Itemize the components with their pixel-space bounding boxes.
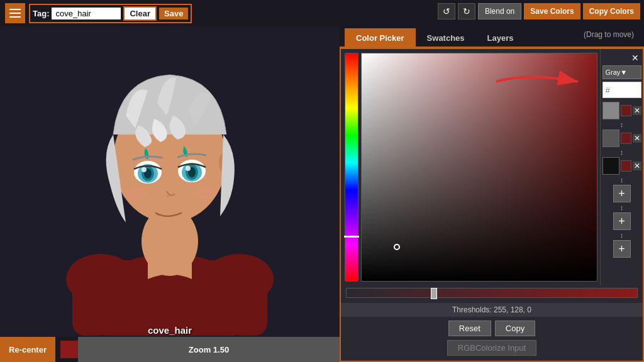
sort-icon-1[interactable]: ↕	[620, 121, 624, 128]
copy-button[interactable]: Copy	[495, 321, 535, 336]
tab-color-picker[interactable]: Color Picker	[345, 28, 416, 47]
sort-icon-3[interactable]: ↕	[620, 176, 624, 184]
hex-input[interactable]	[606, 85, 638, 95]
save-colors-button[interactable]: Save Colors	[524, 3, 580, 19]
swatch-row-1: ✕	[602, 102, 641, 119]
tag-input[interactable]	[52, 8, 121, 19]
swatch-delete-3[interactable]: ✕	[633, 162, 641, 170]
bottom-bar: Re-center Zoom 1.50	[0, 337, 340, 362]
tag-group: Tag: Clear Save	[29, 4, 192, 23]
rgb-colorize-button[interactable]: RGBColorize Input	[447, 340, 536, 356]
svg-point-16	[166, 195, 170, 197]
color-picker-panel: ✕ Gray▼ ✕ ↕ ✕	[340, 48, 644, 362]
tab-bar: Color Picker Swatches Layers (Drag to mo…	[340, 23, 644, 48]
add-swatch-button-3[interactable]: +	[613, 240, 631, 258]
svg-point-17	[123, 188, 148, 200]
gray-label: Gray▼	[606, 69, 628, 76]
zoom-display: Zoom 1.50	[78, 337, 340, 362]
alpha-slider[interactable]	[346, 288, 638, 298]
reset-button[interactable]: Reset	[448, 321, 491, 336]
svg-point-10	[142, 167, 147, 172]
add-swatch-button-1[interactable]: +	[613, 185, 631, 202]
svg-point-15	[186, 166, 191, 171]
picker-main-area: ✕ Gray▼ ✕ ↕ ✕	[341, 49, 643, 285]
menu-button[interactable]	[5, 3, 25, 23]
sort-icon-2[interactable]: ↕	[620, 148, 624, 156]
tab-layers[interactable]: Layers	[476, 28, 525, 47]
swatch-row-3: ✕	[602, 157, 641, 175]
alpha-thumb[interactable]	[431, 288, 437, 299]
sort-icon-4[interactable]: ↕	[620, 204, 624, 211]
add-swatch-button-2[interactable]: +	[613, 212, 631, 230]
saturation-value-picker[interactable]	[361, 53, 597, 282]
top-toolbar: Tag: Clear Save	[0, 0, 340, 26]
recenter-button[interactable]: Re-center	[0, 337, 55, 362]
zoom-label: Zoom 1.50	[189, 345, 229, 354]
close-button[interactable]: ✕	[630, 52, 640, 64]
sort-icon-5[interactable]: ↕	[620, 231, 624, 239]
save-button[interactable]: Save	[159, 8, 188, 19]
tag-label: Tag:	[33, 9, 49, 18]
character-name: cove_hair	[148, 325, 192, 336]
svg-rect-21	[72, 273, 110, 336]
swatch-color-1[interactable]	[602, 102, 619, 119]
svg-rect-22	[230, 273, 267, 336]
hex-input-container[interactable]	[602, 82, 641, 98]
svg-point-18	[192, 187, 217, 199]
clear-button[interactable]: Clear	[123, 6, 157, 21]
tab-swatches[interactable]: Swatches	[416, 28, 476, 47]
color-swatch-preview[interactable]	[60, 341, 78, 358]
drag-hint: (Drag to move)	[584, 30, 639, 39]
redo-button[interactable]: ↻	[458, 3, 475, 19]
color-sidebar: ✕ Gray▼ ✕ ↕ ✕	[600, 49, 643, 285]
swatch-small-1[interactable]	[621, 105, 631, 116]
gray-dropdown[interactable]: Gray▼	[602, 65, 641, 79]
copy-colors-button[interactable]: Copy Colors	[583, 3, 640, 19]
undo-button[interactable]: ↺	[438, 3, 455, 19]
picker-buttons: Reset Copy	[341, 317, 643, 340]
swatch-small-2[interactable]	[621, 133, 631, 144]
swatch-color-2[interactable]	[602, 129, 619, 147]
slider-area	[341, 285, 643, 303]
hue-slider[interactable]	[345, 53, 358, 282]
swatch-delete-1[interactable]: ✕	[633, 106, 641, 115]
blend-toggle-button[interactable]: Blend on	[478, 3, 521, 19]
swatch-color-3[interactable]	[602, 157, 619, 175]
character-svg	[38, 28, 302, 336]
right-panel: ↺ ↻ Blend on Save Colors Copy Colors Col…	[340, 0, 644, 362]
threshold-display: Thresholds: 255, 128, 0	[341, 303, 643, 317]
swatch-row-2: ✕	[602, 129, 641, 147]
left-panel: Tag: Clear Save	[0, 0, 340, 362]
swatch-small-3[interactable]	[621, 160, 631, 172]
right-toolbar: ↺ ↻ Blend on Save Colors Copy Colors	[340, 0, 644, 23]
swatch-delete-2[interactable]: ✕	[633, 134, 641, 143]
character-display	[0, 26, 340, 337]
